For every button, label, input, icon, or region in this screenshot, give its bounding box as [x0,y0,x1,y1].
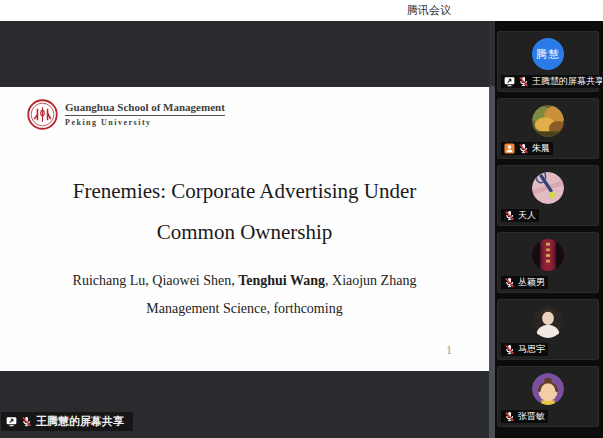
logo-school-name: Guanghua School of Management [65,101,225,116]
slide-title: Frenemies: Corporate Advertising Under C… [0,171,489,253]
screen-share-icon [504,76,515,87]
pku-seal-icon [27,99,58,130]
participant-name: 天人 [518,209,536,222]
participant-tile[interactable]: 天人 [497,165,599,226]
shared-screen-area: Guanghua School of Management Peking Uni… [0,21,489,438]
participant-name: 丛颖男 [518,276,545,289]
logo-university-name: Peking University [65,118,225,127]
avatar [532,306,564,338]
page-number: 1 [446,343,452,358]
participant-tile[interactable]: 腾慧 王腾慧的屏幕共享 [497,31,599,92]
participant-label: 天人 [501,209,539,222]
university-logo: Guanghua School of Management Peking Uni… [27,99,225,130]
authors-suffix: , Xiaojun Zhang [325,273,416,288]
participant-name: 王腾慧的屏幕共享 [532,75,602,88]
participant-tile[interactable]: 马思宇 [497,299,599,360]
authors-prefix: Ruichang Lu, Qiaowei Shen, [73,273,239,288]
window-title: 腾讯会议 [407,0,451,21]
journal-line: Management Science, forthcoming [0,295,489,323]
authors-highlight: Tenghui Wang [238,273,325,288]
muted-mic-icon [504,411,515,422]
participant-label: 丛颖男 [501,276,548,289]
screen-share-icon [6,416,17,427]
participant-tile[interactable]: 朱晨 [497,98,599,159]
share-banner-label: 王腾慧的屏幕共享 [36,414,124,429]
participant-name: 朱晨 [532,142,550,155]
titlebar: 腾讯会议 [0,0,603,21]
muted-mic-icon [518,76,529,87]
muted-mic-icon [504,277,515,288]
participant-name: 马思宇 [518,343,545,356]
participant-name: 张晋敏 [518,410,545,423]
avatar: 腾慧 [532,38,564,70]
avatar [532,239,564,271]
presentation-slide: Guanghua School of Management Peking Uni… [0,87,489,371]
participant-label: 朱晨 [501,142,553,155]
screen-share-banner: 王腾慧的屏幕共享 [1,412,133,431]
slide-authors: Ruichang Lu, Qiaowei Shen, Tenghui Wang,… [0,267,489,323]
slide-title-line2: Common Ownership [0,212,489,253]
muted-mic-icon [21,416,32,427]
avatar [532,172,564,204]
muted-mic-icon [518,143,529,154]
participant-tile[interactable]: 张晋敏 [497,366,599,427]
authors-line: Ruichang Lu, Qiaowei Shen, Tenghui Wang,… [0,267,489,295]
muted-mic-icon [504,344,515,355]
participant-label: 王腾慧的屏幕共享 [501,75,602,88]
user-badge-icon [504,143,515,154]
avatar [532,105,564,137]
slide-title-line1: Frenemies: Corporate Advertising Under [0,171,489,212]
participant-label: 张晋敏 [501,410,548,423]
participant-tile[interactable]: 丛颖男 [497,232,599,293]
participant-label: 马思宇 [501,343,548,356]
participants-sidebar: 腾慧 王腾慧的屏幕共享 [495,21,603,438]
muted-mic-icon [504,210,515,221]
avatar [532,373,564,405]
